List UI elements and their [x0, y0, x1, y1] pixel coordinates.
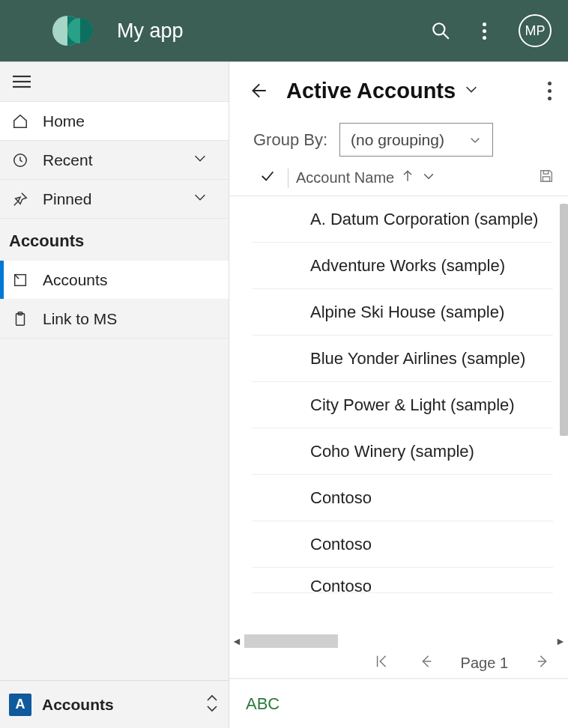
- column-menu-chevron-icon[interactable]: [421, 169, 436, 187]
- sidebar-area-switcher[interactable]: A Accounts: [0, 680, 229, 728]
- app-logo-icon: [52, 10, 94, 52]
- area-badge: A: [9, 694, 31, 716]
- row-label: Adventure Works (sample): [310, 256, 505, 276]
- alpha-index-text: ABC: [246, 694, 280, 714]
- view-selector-chevron-icon[interactable]: [463, 81, 480, 100]
- svg-rect-12: [543, 171, 548, 175]
- sidebar-item-label: Pinned: [43, 190, 192, 208]
- sort-ascending-icon[interactable]: [400, 169, 415, 187]
- group-by-select[interactable]: (no grouping): [339, 123, 493, 157]
- row-label: Alpine Ski House (sample): [310, 303, 504, 322]
- sidebar-item-recent[interactable]: Recent: [0, 141, 229, 180]
- sidebar-item-accounts[interactable]: Accounts: [0, 261, 229, 300]
- horizontal-scrollbar[interactable]: ◄ ►: [229, 634, 568, 649]
- records-list: A. Datum Corporation (sample) Adventure …: [229, 196, 568, 634]
- alpha-index-bar[interactable]: ABC: [229, 679, 568, 728]
- list-item[interactable]: Contoso: [252, 568, 553, 593]
- save-icon[interactable]: [538, 168, 555, 188]
- home-icon: [11, 112, 29, 130]
- page-label: Page 1: [461, 655, 508, 672]
- row-label: Coho Winery (sample): [310, 442, 474, 461]
- row-label: A. Datum Corporation (sample): [310, 210, 538, 229]
- column-header-label[interactable]: Account Name: [296, 169, 394, 186]
- column-header-row: Account Name: [229, 160, 568, 196]
- sidebar-item-label: Recent: [43, 151, 192, 169]
- first-page-button[interactable]: [374, 653, 390, 673]
- pager: Page 1: [229, 649, 568, 679]
- row-label: Blue Yonder Airlines (sample): [310, 349, 525, 368]
- list-item[interactable]: Coho Winery (sample): [252, 428, 553, 475]
- list-item[interactable]: Contoso: [252, 521, 553, 568]
- list-item[interactable]: Alpine Ski House (sample): [252, 289, 553, 336]
- svg-rect-13: [543, 177, 549, 181]
- scroll-thumb[interactable]: [244, 634, 338, 648]
- app-header: My app MP: [0, 0, 568, 61]
- search-icon[interactable]: [426, 0, 456, 61]
- body: Home Recent Pinned Accounts A: [0, 61, 568, 728]
- chevron-down-icon: [192, 150, 208, 170]
- group-by-row: Group By: (no grouping): [229, 119, 568, 160]
- list-item[interactable]: Blue Yonder Airlines (sample): [252, 336, 553, 382]
- view-more-icon[interactable]: [548, 78, 552, 104]
- list-item[interactable]: City Power & Light (sample): [252, 382, 553, 428]
- app-title: My app: [117, 19, 184, 43]
- area-label: Accounts: [42, 696, 205, 714]
- clock-icon: [11, 151, 29, 169]
- list-item[interactable]: Contoso: [252, 475, 553, 521]
- row-label: Contoso: [310, 535, 372, 554]
- avatar-initials: MP: [525, 23, 546, 39]
- main-header: Active Accounts: [229, 62, 568, 119]
- view-title: Active Accounts: [286, 79, 456, 103]
- sidebar-heading: Accounts: [0, 219, 229, 261]
- sidebar-item-label: Link to MS: [43, 310, 229, 328]
- accounts-entity-icon: [11, 271, 29, 289]
- scroll-right-icon[interactable]: ►: [553, 634, 568, 649]
- row-label: Contoso: [310, 577, 372, 593]
- sidebar-item-link-to-ms[interactable]: Link to MS: [0, 300, 229, 339]
- sidebar-item-pinned[interactable]: Pinned: [0, 180, 229, 219]
- row-label: Contoso: [310, 488, 372, 508]
- updown-chevron-icon: [205, 694, 220, 716]
- sidebar-item-label: Home: [43, 112, 229, 130]
- row-label: City Power & Light (sample): [310, 395, 515, 415]
- pin-icon: [11, 190, 29, 208]
- chevron-down-icon: [468, 133, 482, 147]
- sidebar-item-home[interactable]: Home: [0, 102, 229, 141]
- back-button[interactable]: [246, 79, 270, 103]
- group-by-label: Group By:: [253, 130, 327, 150]
- vertical-scrollbar[interactable]: [560, 204, 568, 436]
- sidebar: Home Recent Pinned Accounts A: [0, 62, 229, 728]
- chevron-down-icon: [192, 189, 208, 209]
- hamburger-button[interactable]: [0, 62, 229, 102]
- next-page-button[interactable]: [535, 653, 552, 673]
- group-by-value: (no grouping): [351, 131, 444, 149]
- column-divider: [288, 169, 288, 188]
- svg-line-3: [443, 33, 449, 39]
- list-item[interactable]: Adventure Works (sample): [252, 243, 553, 289]
- sidebar-item-label: Accounts: [43, 271, 229, 289]
- clipboard-icon: [11, 310, 29, 328]
- select-all-checkbox[interactable]: [259, 168, 276, 188]
- prev-page-button[interactable]: [417, 653, 434, 673]
- header-more-icon[interactable]: [469, 0, 499, 61]
- scroll-left-icon[interactable]: ◄: [229, 634, 244, 649]
- list-item[interactable]: A. Datum Corporation (sample): [252, 196, 553, 243]
- avatar[interactable]: MP: [519, 14, 552, 47]
- svg-point-2: [433, 23, 444, 34]
- main-pane: Active Accounts Group By: (no grouping) …: [229, 62, 568, 728]
